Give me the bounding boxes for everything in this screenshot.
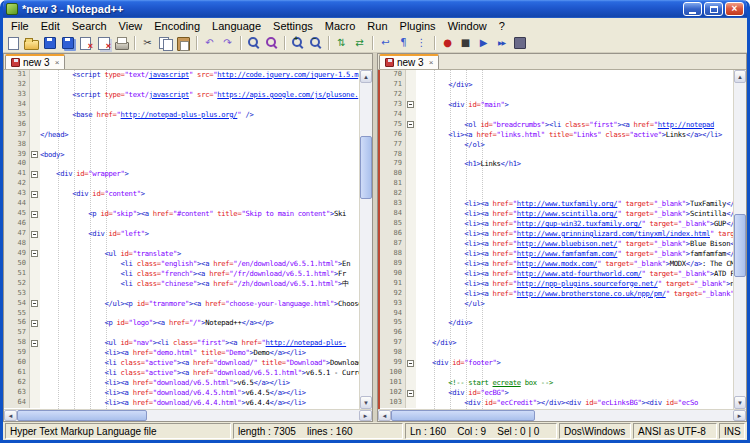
copy-icon[interactable]	[157, 35, 174, 51]
code-editor[interactable]: 31 <script type="text/javascript" src="h…	[4, 70, 359, 409]
tab-new-3[interactable]: new 3×	[379, 54, 439, 69]
new-file-icon[interactable]	[5, 35, 22, 51]
close-all-icon[interactable]	[95, 35, 112, 51]
fold-collapse-icon[interactable]	[31, 320, 38, 327]
code-line: 98	[380, 348, 733, 358]
vertical-scrollbar[interactable]: ▲▼	[359, 70, 372, 409]
code-editor[interactable]: 7071 </div>7273 <div id="main">7475 <ol …	[380, 70, 733, 409]
fold-margin	[406, 229, 416, 239]
scrollbar-thumb[interactable]	[360, 136, 372, 199]
fold-collapse-icon[interactable]	[407, 101, 414, 108]
line-number: 39	[4, 150, 30, 160]
fold-collapse-icon[interactable]	[407, 360, 414, 367]
scrollbar-track[interactable]	[17, 410, 359, 421]
fold-collapse-icon[interactable]	[407, 121, 414, 128]
scroll-left-icon[interactable]: ◄	[378, 410, 391, 421]
macro-run-multiple-icon[interactable]: ▶▶	[493, 35, 510, 51]
menu-item-file[interactable]: File	[5, 19, 35, 33]
line-number: 43	[4, 189, 30, 199]
scroll-right-icon[interactable]: ►	[359, 410, 372, 421]
menu-item-help[interactable]: ?	[493, 19, 511, 33]
fold-margin	[406, 189, 416, 199]
save-all-icon[interactable]	[59, 35, 76, 51]
fold-collapse-icon[interactable]	[407, 390, 414, 397]
fold-margin	[30, 388, 40, 398]
scrollbar-thumb[interactable]	[391, 410, 535, 421]
line-number: 103	[380, 398, 406, 408]
open-file-icon[interactable]	[23, 35, 40, 51]
menu-item-view[interactable]: View	[113, 19, 149, 33]
paste-icon[interactable]	[175, 35, 192, 51]
print-icon[interactable]	[113, 35, 130, 51]
title-bar[interactable]: *new 3 - Notepad++ ×	[3, 0, 747, 18]
save-icon[interactable]	[41, 35, 58, 51]
undo-icon[interactable]: ↶	[201, 35, 218, 51]
minimize-button[interactable]	[683, 2, 702, 16]
tab-close-icon[interactable]: ×	[429, 58, 434, 67]
fold-collapse-icon[interactable]	[31, 171, 38, 178]
menu-item-macro[interactable]: Macro	[319, 19, 362, 33]
fold-margin	[30, 378, 40, 388]
close-button[interactable]: ×	[725, 2, 744, 16]
cut-icon[interactable]: ✂	[139, 35, 156, 51]
scroll-up-icon[interactable]: ▲	[360, 70, 372, 83]
word-wrap-icon[interactable]: ↩	[377, 35, 394, 51]
vertical-scrollbar[interactable]: ▲▼	[733, 70, 746, 409]
scrollbar-track[interactable]	[360, 83, 372, 396]
menu-item-language[interactable]: Language	[206, 19, 267, 33]
fold-margin	[406, 299, 416, 309]
menu-item-search[interactable]: Search	[66, 19, 113, 33]
fold-collapse-icon[interactable]	[31, 300, 38, 307]
redo-icon[interactable]: ↷	[219, 35, 236, 51]
indent-guide-icon[interactable]: ⋮	[413, 35, 430, 51]
scroll-down-icon[interactable]: ▼	[360, 396, 372, 409]
scrollbar-track[interactable]	[734, 83, 746, 396]
line-number: 57	[4, 328, 30, 338]
macro-play-icon[interactable]: ▶	[475, 35, 492, 51]
maximize-button[interactable]	[704, 2, 723, 16]
menu-item-run[interactable]: Run	[361, 19, 393, 33]
toolbar-separator	[284, 36, 286, 50]
sync-vertical-scroll-icon[interactable]: ⇅	[333, 35, 350, 51]
horizontal-scrollbar[interactable]: ◄►	[4, 409, 372, 421]
macro-record-icon[interactable]: ●	[439, 35, 456, 51]
fold-collapse-icon[interactable]	[31, 211, 38, 218]
scroll-down-icon[interactable]: ▼	[734, 396, 746, 409]
fold-margin	[30, 169, 40, 179]
zoom-in-icon[interactable]: +	[289, 35, 306, 51]
menu-item-encoding[interactable]: Encoding	[148, 19, 206, 33]
macro-save-icon[interactable]	[511, 35, 528, 51]
horizontal-scrollbar[interactable]: ◄►	[378, 409, 746, 421]
tab-new-3[interactable]: new 3×	[5, 54, 65, 69]
fold-collapse-icon[interactable]	[31, 340, 38, 347]
zoom-out-icon[interactable]: −	[307, 35, 324, 51]
scroll-left-icon[interactable]: ◄	[4, 410, 17, 421]
menu-item-edit[interactable]: Edit	[35, 19, 66, 33]
menu-item-plugins[interactable]: Plugins	[394, 19, 442, 33]
scrollbar-thumb[interactable]	[17, 410, 147, 421]
line-number: 32	[4, 80, 30, 90]
code-line: 88 <li><a href="http://www.famfamfam.com…	[380, 249, 733, 259]
fold-collapse-icon[interactable]	[31, 191, 38, 198]
replace-icon[interactable]	[263, 35, 280, 51]
close-icon[interactable]	[77, 35, 94, 51]
scroll-up-icon[interactable]: ▲	[734, 70, 746, 83]
tab-close-icon[interactable]: ×	[55, 58, 60, 67]
fold-margin	[30, 249, 40, 259]
scrollbar-thumb[interactable]	[734, 214, 746, 277]
sync-horizontal-scroll-icon[interactable]: ⇄	[351, 35, 368, 51]
menu-item-settings[interactable]: Settings	[267, 19, 319, 33]
menu-item-window[interactable]: Window	[442, 19, 493, 33]
fold-margin	[406, 110, 416, 120]
scrollbar-track[interactable]	[391, 410, 733, 421]
code-line: 63 <li><a href="download/v6.4.5.html">v6…	[4, 388, 359, 398]
status-insert-mode: INS	[719, 423, 745, 439]
show-all-chars-icon[interactable]: ¶	[395, 35, 412, 51]
line-number: 76	[380, 130, 406, 140]
fold-collapse-icon[interactable]	[31, 250, 38, 257]
find-icon[interactable]	[245, 35, 262, 51]
scroll-right-icon[interactable]: ►	[733, 410, 746, 421]
macro-stop-icon[interactable]: ■	[457, 35, 474, 51]
fold-collapse-icon[interactable]	[31, 231, 38, 238]
fold-collapse-icon[interactable]	[31, 151, 38, 158]
